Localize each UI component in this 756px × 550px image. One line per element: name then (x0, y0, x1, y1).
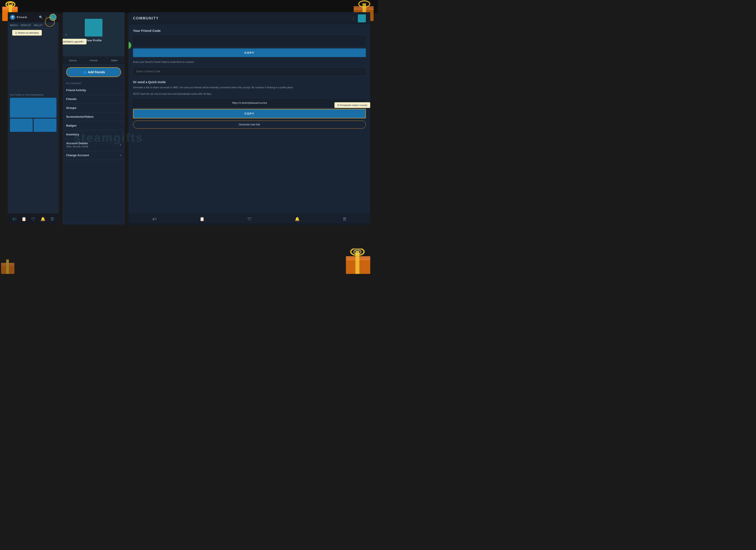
back-arrow[interactable]: ‹ (65, 32, 67, 37)
change-account-arrow: › (120, 153, 121, 157)
friend-code-title: Your Friend Code (133, 29, 366, 33)
tab-wallet[interactable]: Wallet (104, 56, 125, 64)
steam-logo: Steam (10, 15, 27, 20)
add-friends-icon: 👥 (82, 70, 86, 74)
tab-games[interactable]: Games (63, 56, 83, 64)
bottom-nav-community-left[interactable]: 🛡 (31, 217, 35, 222)
featured-item-large (10, 98, 56, 118)
callout-1-text: 1) Жмем на аватарку (15, 31, 39, 34)
friend-code-description: Enter your friend's Friend Code to invit… (133, 60, 366, 64)
community-title: COMMUNITY (133, 16, 159, 20)
copy-invite-link-button[interactable]: COPY (133, 109, 366, 118)
profile-avatar (85, 19, 102, 37)
right-nav-tag[interactable]: 🏷 (152, 217, 156, 222)
featured-grid (10, 98, 56, 132)
bottom-nav-library[interactable]: 📋 (21, 217, 26, 222)
callout-2-text: 2) «Добавить друзей» (63, 40, 84, 43)
steam-hero-banner (9, 30, 57, 70)
right-header: COMMUNITY ⋮ (129, 12, 370, 24)
menu-change-account[interactable]: Change Account › (63, 151, 125, 160)
right-panel: COMMUNITY ⋮ Your Friend Code COPY Enter … (129, 12, 370, 225)
friend-code-input[interactable] (133, 67, 366, 76)
menu-account-details[interactable]: Account Details Store, Security, Family … (63, 139, 125, 151)
search-icon[interactable]: 🔍 (39, 15, 43, 19)
friend-code-display (133, 35, 366, 46)
add-friends-text: Add friends (88, 70, 105, 74)
avatar[interactable] (49, 14, 56, 21)
community-avatar (358, 14, 366, 22)
menu-groups[interactable]: Groups (63, 104, 125, 112)
community-more-icon[interactable]: ⋮ (352, 16, 356, 21)
check-circle: ✓ (129, 42, 131, 49)
view-profile-button[interactable]: View Profile (85, 39, 102, 42)
account-details-arrow: › (120, 143, 121, 147)
steam-header-icons: 🔍 ⋮ (39, 14, 56, 21)
featured-item-1 (10, 119, 33, 132)
steam-text: Steam (17, 15, 27, 19)
note-text: NOTE: Each link can only be used once an… (133, 92, 366, 96)
steam-nav: MENU ▾ WISHLIST WALLET (8, 22, 59, 29)
callout-4-text: 4) Копируем новую ссылку (337, 104, 367, 106)
add-friends-button[interactable]: 👥 Add friends (66, 67, 121, 77)
right-nav-shield[interactable]: 🛡 (248, 217, 252, 222)
callout-1: 1) Жмем на аватарку (12, 30, 42, 36)
right-content: Your Friend Code COPY Enter your friend'… (129, 24, 370, 214)
right-nav-library[interactable]: 📋 (200, 217, 204, 222)
my-content-label: MY CONTENT (63, 80, 125, 86)
middle-panel: ‹ View Profile 2) «Добавить друзей» Game… (63, 12, 125, 225)
quick-invite-desc: Generate a link to share via email or SM… (133, 86, 366, 89)
profile-tabs: Games Friends Wallet (63, 56, 125, 65)
right-nav-menu[interactable]: ☰ (343, 217, 346, 222)
bottom-nav-menu[interactable]: ☰ (50, 217, 54, 222)
tab-friends[interactable]: Friends (83, 56, 104, 64)
nav-wallet[interactable]: WALLET (34, 23, 43, 27)
generate-link-section: Generate new link (133, 121, 366, 131)
note-section: NOTE: Each link can only be used once an… (133, 92, 366, 96)
nav-wishlist[interactable]: WISHLIST (21, 23, 31, 27)
quick-invite-title: Or send a Quick Invite (133, 80, 366, 84)
invite-link-display: https://s.team/p/ваша/ссылка (133, 99, 366, 107)
callout-2: 2) «Добавить друзей» (63, 39, 87, 44)
featured-section: FEATURED & RECOMMENDED (8, 92, 59, 134)
profile-section: ‹ View Profile 2) «Добавить друзей» (63, 12, 125, 56)
menu-badges[interactable]: Badges (63, 121, 125, 130)
featured-item-2 (34, 119, 56, 132)
menu-inventory[interactable]: Inventory (63, 130, 125, 139)
menu-friend-activity[interactable]: Friend Activity (63, 86, 125, 95)
right-bottom-nav: 🏷 📋 🛡 🔔 ☰ (129, 214, 370, 225)
menu-screenshots[interactable]: Screenshots/Videos (63, 112, 125, 121)
steam-app: Steam 🔍 ⋮ 1) Жмем на аватарку MENU ▾ WIS… (8, 12, 59, 225)
copy-friend-code-button[interactable]: COPY (133, 48, 366, 57)
featured-label: FEATURED & RECOMMENDED (10, 94, 56, 96)
copy-section: 4) Копируем новую ссылку COPY (133, 109, 366, 121)
menu-friends[interactable]: Friends (63, 95, 125, 104)
more-icon[interactable]: ⋮ (44, 15, 48, 19)
steam-logo-icon (10, 15, 15, 20)
callout-4: 4) Копируем новую ссылку (334, 102, 370, 108)
steam-header: Steam 🔍 ⋮ (8, 12, 59, 22)
bottom-nav-store[interactable]: 🏷 (12, 217, 16, 222)
generate-new-link-button[interactable]: Generate new link (133, 121, 366, 129)
bottom-nav-notifications[interactable]: 🔔 (40, 217, 45, 222)
right-nav-bell[interactable]: 🔔 (295, 217, 300, 222)
steam-bottom-nav: 🏷 📋 🛡 🔔 ☰ (8, 214, 59, 225)
nav-menu[interactable]: MENU ▾ (10, 23, 18, 27)
right-header-icons: ⋮ (352, 14, 366, 22)
